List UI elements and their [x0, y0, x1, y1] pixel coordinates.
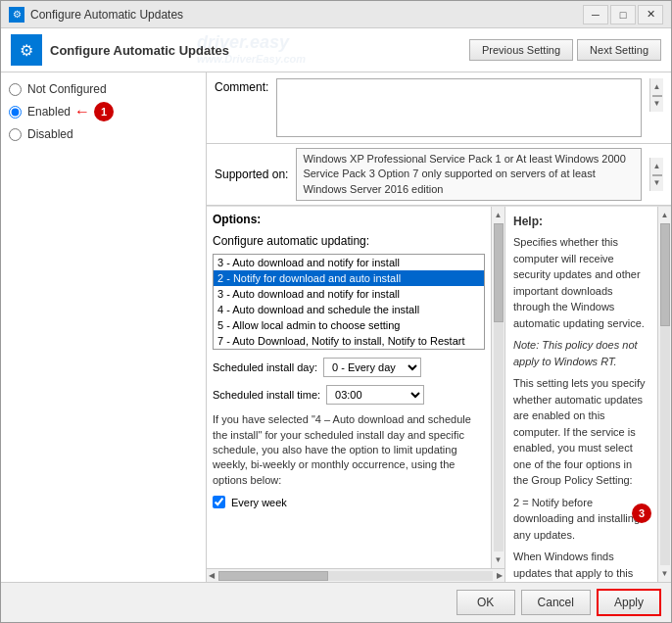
comment-scrollbar[interactable]: ▲ ▼ [649, 78, 663, 112]
title-controls: ─ □ ✕ [583, 5, 663, 24]
annotation-3-wrapper: 3 [632, 503, 651, 523]
options-scroll-up-icon[interactable]: ▲ [493, 209, 504, 221]
configure-listbox[interactable]: 3 - Auto download and notify for install… [214, 255, 484, 349]
supported-scroll-up-icon[interactable]: ▲ [651, 160, 663, 172]
maximize-button[interactable]: □ [610, 5, 636, 24]
help-para-4: 2 = Notify before downloading and instal… [513, 495, 649, 544]
supported-label: Supported on: [215, 168, 288, 181]
enabled-radio[interactable] [9, 106, 22, 119]
scheduled-time-label: Scheduled install time: [213, 389, 320, 401]
main-window: ⚙ Configure Automatic Updates ─ □ ✕ ⚙ Co… [0, 0, 672, 623]
arrow-left-icon: ← [74, 103, 90, 120]
scheduled-time-row: Scheduled install time: 03:00 [213, 385, 485, 405]
help-para-5: When Windows finds updates that apply to… [513, 549, 649, 582]
scheduled-day-select[interactable]: 0 - Every day [323, 358, 421, 377]
previous-setting-button[interactable]: Previous Setting [469, 39, 573, 61]
hscroll-right-icon[interactable]: ▶ [495, 569, 504, 582]
help-panel: Help: Specifies whether this computer wi… [505, 207, 657, 582]
options-scroll-thumb [494, 223, 504, 321]
header-bar: ⚙ Configure Automatic Updates driver.eas… [1, 28, 671, 72]
help-text: Specifies whether this computer will rec… [513, 234, 649, 582]
list-item[interactable]: 3 - Auto download and notify for install [214, 255, 484, 270]
options-scrollbar[interactable]: ▲ ▼ [491, 207, 504, 568]
options-hscrollbar[interactable]: ◀ ▶ [207, 568, 504, 582]
footer: OK Cancel Apply [1, 582, 671, 622]
enabled-row: Enabled ← 1 [9, 102, 198, 121]
configure-label: Configure automatic updating: [213, 234, 485, 248]
supported-scrollbar[interactable]: ▲ ▼ [649, 158, 663, 191]
every-week-label: Every week [231, 497, 287, 508]
comment-section: Comment: ▲ ▼ [207, 72, 671, 144]
help-scroll-down-icon[interactable]: ▼ [659, 567, 671, 580]
options-inner: Options: Configure automatic updating: 3… [207, 207, 504, 568]
right-panel: Comment: ▲ ▼ Supported on: Windows XP Pr… [207, 72, 671, 582]
comment-label: Comment: [215, 78, 268, 94]
every-week-row: Every week [213, 496, 485, 508]
header-title: Configure Automatic Updates [50, 43, 229, 58]
scheduled-day-row: Scheduled install day: 0 - Every day [213, 358, 485, 377]
not-configured-option[interactable]: Not Configured [9, 80, 198, 98]
every-week-checkbox[interactable] [213, 496, 225, 508]
next-setting-button[interactable]: Next Setting [577, 39, 661, 61]
list-item[interactable]: 4 - Auto download and schedule the insta… [214, 302, 484, 317]
scroll-thumb [652, 95, 662, 97]
help-para-2: Note: This policy does not apply to Wind… [513, 337, 649, 369]
help-panel-wrapper: Help: Specifies whether this computer wi… [505, 207, 671, 582]
supported-scroll-thumb [652, 174, 662, 176]
not-configured-radio[interactable] [9, 83, 22, 96]
listbox-border: 3 - Auto download and notify for install… [213, 254, 485, 350]
options-scroll-track [494, 223, 504, 551]
scheduled-day-label: Scheduled install day: [213, 361, 317, 373]
cancel-button[interactable]: Cancel [521, 590, 591, 615]
scheduled-time-select[interactable]: 03:00 [326, 385, 424, 405]
comment-textarea[interactable] [276, 78, 642, 137]
main-area: Not Configured Enabled ← 1 Disabled Comm… [1, 72, 671, 582]
enabled-label: Enabled [27, 105, 71, 119]
annotation-badge-3: 3 [632, 503, 651, 523]
annotation-2-arrow: ↓ [490, 264, 491, 284]
options-help-split: Options: Configure automatic updating: 3… [207, 206, 671, 582]
options-scroll-down-icon[interactable]: ▼ [493, 553, 504, 566]
options-panel: Options: Configure automatic updating: 3… [207, 207, 505, 582]
list-item-selected[interactable]: 2 - Notify for download and auto install [214, 270, 484, 286]
enabled-option[interactable]: Enabled [9, 103, 71, 120]
header-left: ⚙ Configure Automatic Updates [11, 34, 229, 66]
close-button[interactable]: ✕ [638, 5, 663, 24]
hscroll-left-icon[interactable]: ◀ [207, 569, 216, 582]
listbox-wrapper: 3 - Auto download and notify for install… [213, 254, 485, 350]
apply-button[interactable]: Apply [597, 589, 661, 616]
disabled-radio[interactable] [9, 128, 22, 141]
hscroll-track [218, 571, 493, 581]
help-scroll-thumb [660, 223, 670, 326]
list-item[interactable]: 5 - Allow local admin to choose setting [214, 317, 484, 333]
options-scroll: Options: Configure automatic updating: 3… [207, 207, 491, 568]
supported-scroll-down-icon[interactable]: ▼ [651, 176, 663, 189]
annotation-badge-1: 1 [94, 102, 114, 121]
window-title: Configure Automatic Updates [30, 8, 183, 22]
supported-section: Supported on: Windows XP Professional Se… [207, 144, 671, 206]
help-scroll-up-icon[interactable]: ▲ [659, 209, 671, 221]
options-description: If you have selected "4 – Auto download … [213, 412, 485, 488]
disabled-label: Disabled [27, 127, 73, 141]
minimize-button[interactable]: ─ [583, 5, 608, 24]
help-scrollbar[interactable]: ▲ ▼ [657, 207, 671, 582]
list-item[interactable]: 3 - Auto download and notify for install [214, 286, 484, 302]
left-panel: Not Configured Enabled ← 1 Disabled [1, 72, 207, 582]
supported-text: Windows XP Professional Service Pack 1 o… [296, 148, 642, 201]
title-bar: ⚙ Configure Automatic Updates ─ □ ✕ [1, 1, 671, 28]
list-item[interactable]: 7 - Auto Download, Notify to install, No… [214, 333, 484, 349]
annotation-2-group: ↓ 2 [490, 264, 491, 284]
help-scroll-track [660, 223, 670, 565]
title-bar-left: ⚙ Configure Automatic Updates [9, 7, 183, 23]
header-icon: ⚙ [11, 34, 42, 66]
scroll-up-icon[interactable]: ▲ [651, 80, 663, 93]
help-para-1: Specifies whether this computer will rec… [513, 234, 649, 331]
not-configured-label: Not Configured [27, 82, 107, 96]
options-title: Options: [213, 213, 485, 226]
disabled-option[interactable]: Disabled [9, 125, 198, 143]
header-buttons: Previous Setting Next Setting [469, 39, 661, 61]
hscroll-thumb [218, 571, 328, 581]
help-para-3: This setting lets you specify whether au… [513, 375, 649, 489]
ok-button[interactable]: OK [456, 590, 515, 615]
scroll-down-icon[interactable]: ▼ [651, 97, 663, 110]
